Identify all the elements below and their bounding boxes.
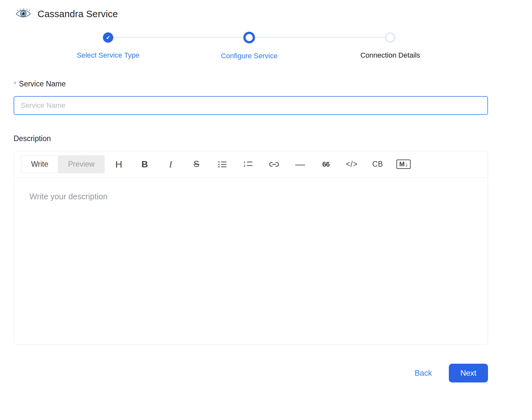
stepper: ✓ Select Service Type Configure Service … (38, 32, 461, 60)
step-connection-details[interactable]: Connection Details (320, 32, 461, 60)
quote-icon: 66 (322, 160, 329, 169)
wizard-page: Cassandra Service ✓ Select Service Type … (0, 0, 532, 382)
editor-toolbar: Write Preview H B I S (14, 151, 488, 178)
strikethrough-button[interactable]: S (183, 157, 209, 171)
code-block-button[interactable]: CB (365, 157, 391, 171)
heading-icon: H (115, 159, 122, 170)
step-configure-service[interactable]: Configure Service (179, 32, 320, 60)
tab-preview[interactable]: Preview (58, 155, 105, 173)
step-pending-circle[interactable] (385, 32, 395, 43)
numbered-list-button[interactable]: 1 2 (235, 157, 261, 171)
cassandra-logo-icon (15, 8, 32, 19)
next-button[interactable]: Next (449, 364, 488, 382)
markdown-editor: Write Preview H B I S (14, 151, 488, 345)
footer-actions: Back Next (14, 364, 488, 382)
step-active-circle[interactable] (243, 32, 255, 43)
step-select-service-type[interactable]: ✓ Select Service Type (38, 32, 179, 60)
step-label-configure-service[interactable]: Configure Service (221, 52, 278, 60)
editor-body (14, 178, 488, 345)
bullet-list-icon (218, 160, 227, 168)
bullet-list-button[interactable] (209, 157, 235, 171)
bold-icon: B (141, 159, 148, 170)
page-title: Cassandra Service (38, 9, 118, 19)
service-name-input[interactable] (14, 96, 488, 115)
heading-button[interactable]: H (106, 157, 132, 171)
code-block-icon: CB (372, 160, 383, 169)
editor-tabs: Write Preview (21, 155, 105, 173)
horizontal-rule-icon: — (295, 159, 305, 170)
svg-text:1: 1 (244, 160, 245, 164)
code-button[interactable]: </> (339, 157, 365, 171)
required-asterisk: * (14, 80, 17, 88)
svg-text:2: 2 (244, 164, 245, 167)
service-name-label: *Service Name (14, 80, 518, 88)
markdown-icon: M↓ (396, 160, 411, 169)
strikethrough-icon: S (194, 159, 199, 169)
tab-write[interactable]: Write (21, 155, 58, 173)
step-label-connection-details[interactable]: Connection Details (360, 51, 420, 60)
quote-button[interactable]: 66 (313, 157, 339, 171)
numbered-list-icon: 1 2 (244, 160, 253, 168)
description-textarea[interactable] (14, 178, 488, 345)
step-completed-circle[interactable]: ✓ (103, 32, 113, 43)
horizontal-rule-button[interactable]: — (287, 157, 313, 171)
markdown-button[interactable]: M↓ (391, 157, 416, 171)
italic-icon: I (169, 159, 172, 170)
link-button[interactable] (261, 157, 287, 171)
step-label-select-service-type[interactable]: Select Service Type (77, 51, 139, 60)
back-button[interactable]: Back (415, 369, 432, 378)
check-icon: ✓ (106, 34, 110, 41)
link-icon (269, 162, 279, 167)
italic-button[interactable]: I (158, 157, 183, 171)
editor-tools: H B I S (106, 157, 416, 171)
code-icon: </> (346, 160, 358, 169)
header: Cassandra Service (14, 8, 518, 19)
description-label: Description (14, 134, 518, 143)
bold-button[interactable]: B (132, 157, 158, 171)
